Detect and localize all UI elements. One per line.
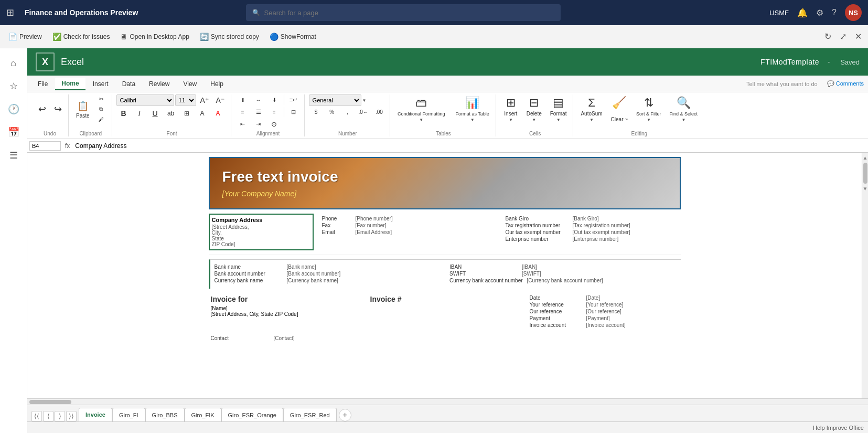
increase-font-button[interactable]: A⁺	[197, 94, 212, 106]
indent-increase-button[interactable]: ⇥	[251, 119, 266, 129]
font-color-button[interactable]: A	[211, 108, 226, 119]
preview-button[interactable]: 📄 Preview	[4, 30, 46, 43]
align-top-button[interactable]: ⬆	[235, 96, 250, 104]
search-input[interactable]	[264, 9, 554, 17]
cell-reference-input[interactable]	[29, 141, 61, 151]
sidebar-item-calendar[interactable]: 📅	[3, 122, 24, 143]
autosum-button[interactable]: Σ AutoSum ▼	[577, 94, 605, 124]
sheet-nav-prev[interactable]: ⟨	[43, 411, 53, 421]
check-icon: ✅	[52, 33, 61, 41]
align-bottom-button[interactable]: ⬇	[267, 96, 282, 104]
paste-button[interactable]: 📋 Paste	[73, 94, 93, 124]
sheet-nav-last[interactable]: ⟩⟩	[66, 411, 77, 421]
tab-home[interactable]: Home	[55, 78, 85, 90]
percent-button[interactable]: %	[325, 108, 339, 117]
format-cells-button[interactable]: ▤ Format ▼	[547, 94, 570, 124]
comma-button[interactable]: ,	[340, 108, 355, 117]
open-desktop-button[interactable]: 🖥 Open in Desktop App	[116, 30, 193, 43]
find-select-icon: 🔍	[677, 96, 691, 110]
conditional-formatting-button[interactable]: 🗃 Conditional Formatting ▼	[394, 94, 448, 124]
copy-button[interactable]: ⧉	[94, 104, 109, 114]
close-icon[interactable]: ✕	[853, 29, 864, 44]
font-family-select[interactable]: Calibri	[116, 94, 174, 106]
redo-button[interactable]: ↪	[50, 94, 65, 124]
vertical-scroll-thumb[interactable]	[863, 163, 867, 184]
cut-button[interactable]: ✂	[94, 94, 109, 103]
bank-giro-value: [Bank Giro]	[573, 216, 599, 221]
tab-insert[interactable]: Insert	[87, 78, 115, 90]
sort-filter-button[interactable]: ⇅ Sort & Filter ▼	[633, 94, 665, 124]
horizontal-scroll-thumb[interactable]	[29, 400, 71, 404]
number-format-select[interactable]: General	[309, 94, 361, 106]
tab-help[interactable]: Help	[204, 78, 230, 90]
sheet-nav-next[interactable]: ⟩	[55, 411, 65, 421]
avatar[interactable]: NS	[845, 4, 862, 21]
decrease-decimal-button[interactable]: .0←	[356, 108, 371, 117]
add-sheet-button[interactable]: +	[339, 409, 351, 421]
app-grid-icon[interactable]: ⊞	[6, 7, 14, 18]
notifications-icon[interactable]: 🔔	[797, 8, 808, 18]
align-right-button[interactable]: ≡	[267, 108, 282, 117]
sheet-tab-giro-fik[interactable]: Giro_FIK	[185, 408, 221, 421]
format-as-table-button[interactable]: 📊 Format as Table ▼	[452, 94, 492, 124]
iban-label: IBAN	[449, 264, 518, 270]
redo-icon: ↪	[54, 103, 62, 115]
align-middle-button[interactable]: ↔	[251, 96, 266, 104]
expand-icon[interactable]: ⤢	[838, 29, 849, 44]
border-button[interactable]: ⊞	[179, 108, 194, 119]
vertical-scrollbar[interactable]: ▲ ▼	[862, 153, 868, 398]
sidebar-item-home[interactable]: ⌂	[3, 52, 24, 73]
tell-me-label[interactable]: Tell me what you want to do	[746, 81, 818, 87]
bold-button[interactable]: B	[116, 108, 131, 119]
format-painter-button[interactable]: 🖌	[94, 115, 109, 124]
fill-color-button[interactable]: A	[195, 108, 210, 119]
strikethrough-button[interactable]: ab	[164, 108, 178, 119]
sheet-tab-giro-bbs[interactable]: Giro_BBS	[145, 408, 185, 421]
delete-button[interactable]: ⊟ Delete ▼	[523, 94, 545, 124]
font-size-select[interactable]: 11	[175, 94, 196, 106]
sidebar-item-list[interactable]: ☰	[3, 145, 24, 166]
orientation-button[interactable]: ⊙	[267, 119, 282, 130]
search-bar[interactable]: 🔍	[246, 4, 561, 21]
comments-button[interactable]: 💬 Comments	[827, 80, 864, 87]
insert-dropdown: ▼	[509, 118, 513, 122]
scroll-up-arrow[interactable]: ▲	[863, 155, 868, 161]
sheet-tab-invoice[interactable]: Invoice	[79, 408, 112, 421]
sheet-nav-first[interactable]: ⟨⟨	[31, 411, 42, 421]
undo-button[interactable]: ↩	[35, 94, 49, 124]
increase-decimal-button[interactable]: .00	[372, 108, 387, 117]
decrease-font-button[interactable]: A⁻	[213, 94, 228, 106]
help-improve-label[interactable]: Help Improve Office	[813, 425, 864, 431]
sync-button[interactable]: 🔄 Sync stored copy	[196, 30, 263, 43]
spreadsheet-content[interactable]: Free text invoice [Your Company Name] Co…	[27, 153, 862, 398]
clear-button[interactable]: 🧹 Clear ~	[608, 94, 631, 124]
align-center-button[interactable]: ☰	[251, 107, 266, 117]
sidebar-item-recent[interactable]: 🕐	[3, 99, 24, 120]
sheet-tab-giro-esr-orange[interactable]: Giro_ESR_Orange	[221, 408, 283, 421]
wrap-text-button[interactable]: ≡↵	[286, 95, 301, 105]
indent-decrease-button[interactable]: ⇤	[235, 119, 250, 129]
sheet-tab-giro-esr-red[interactable]: Giro_ESR_Red	[283, 408, 337, 421]
show-format-button[interactable]: 🔵 ShowFormat	[265, 30, 320, 43]
tab-file[interactable]: File	[31, 78, 54, 90]
merge-button[interactable]: ⊟	[286, 107, 301, 117]
tab-review[interactable]: Review	[143, 78, 176, 90]
check-issues-button[interactable]: ✅ Check for issues	[48, 30, 114, 43]
settings-icon[interactable]: ⚙	[816, 8, 823, 18]
underline-button[interactable]: U	[148, 108, 163, 119]
tab-data[interactable]: Data	[116, 78, 142, 90]
tab-view[interactable]: View	[177, 78, 203, 90]
currency-button[interactable]: $	[309, 108, 324, 117]
insert-button[interactable]: ⊞ Insert ▼	[500, 94, 521, 124]
sheet-tab-giro-fi[interactable]: Giro_FI	[112, 408, 145, 421]
align-left-button[interactable]: ≡	[235, 108, 250, 117]
refresh-icon[interactable]: ↻	[822, 29, 833, 44]
help-icon[interactable]: ?	[832, 8, 837, 17]
scroll-down-arrow[interactable]: ▼	[863, 186, 868, 192]
find-select-button[interactable]: 🔍 Find & Select ▼	[667, 94, 701, 124]
sidebar-item-star[interactable]: ☆	[3, 76, 24, 97]
enterprise-value: [Enterprise number]	[573, 236, 619, 242]
horizontal-scrollbar[interactable]	[27, 398, 868, 405]
italic-button[interactable]: I	[132, 108, 147, 119]
formula-input[interactable]	[74, 141, 866, 151]
